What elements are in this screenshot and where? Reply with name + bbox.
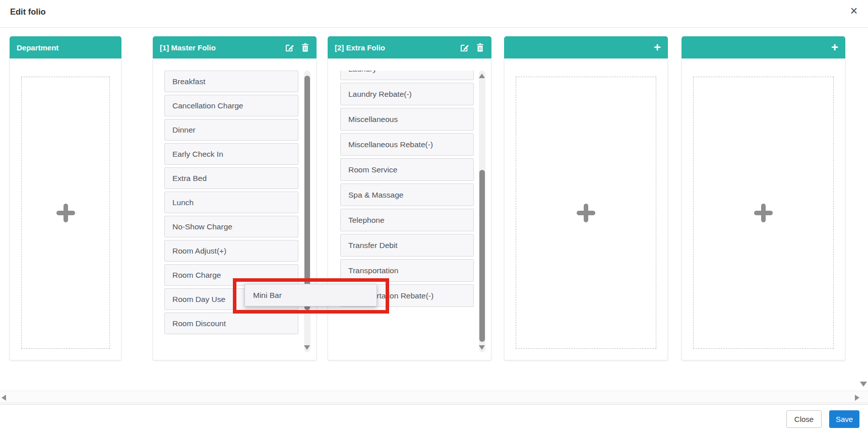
trash-icon[interactable] [476,43,484,52]
folio-item[interactable]: Breakfast [164,71,298,92]
header-actions [460,43,484,52]
column-extra-folio: [2] Extra Folio Laundry Laundry Rebate(-… [328,36,491,360]
column-new-folio-1: + [504,36,668,360]
horizontal-scrollbar[interactable] [0,391,868,403]
extra-folio-scrollbar[interactable] [479,71,485,352]
column-title: Department [17,43,58,52]
folio-item[interactable]: Room Charge [164,264,298,286]
header-actions [285,43,309,52]
folio-item[interactable]: Miscellaneous [340,108,474,131]
folio-item[interactable]: Dinner [164,119,298,141]
modal-header: Edit folio × [0,0,868,28]
add-folio-icon[interactable]: + [831,42,838,52]
plus-icon [577,204,595,222]
close-button[interactable]: Close [786,410,822,428]
scrollbar-thumb[interactable] [304,76,310,310]
column-new-folio-2: + [681,36,845,360]
column-extra-folio-header: [2] Extra Folio [328,36,491,58]
folio-dropzone[interactable] [516,77,656,349]
column-master-folio-header: [1] Master Folio [153,36,317,58]
scroll-left-icon[interactable] [2,395,6,401]
column-title: [1] Master Folio [160,43,216,52]
column-department: Department [10,36,121,360]
column-new-folio-1-header: + [504,36,668,58]
column-master-folio: [1] Master Folio Breakfast Cancellation … [153,36,317,360]
master-folio-scrollbar[interactable] [304,71,311,352]
column-new-folio-2-header: + [681,36,845,58]
column-new-folio-1-body [504,58,668,360]
column-department-header: Department [10,36,121,58]
folio-dropzone[interactable] [693,77,834,349]
scroll-up-icon[interactable] [479,74,485,78]
folio-item[interactable]: Lunch [164,192,298,213]
trash-icon[interactable] [301,43,309,52]
page-scroll-down-icon[interactable] [860,382,867,387]
add-folio-icon[interactable]: + [654,42,661,52]
save-button[interactable]: Save [829,410,859,428]
master-folio-list: Breakfast Cancellation Charge Dinner Ear… [164,71,298,352]
plus-icon [56,204,75,222]
column-department-body [10,58,121,360]
column-master-folio-body: Breakfast Cancellation Charge Dinner Ear… [153,58,317,360]
scrollbar-thumb[interactable] [479,170,485,342]
folio-item[interactable]: Transportation [340,259,474,282]
folio-item[interactable]: Miscellaneous Rebate(-) [340,133,474,156]
folio-item[interactable]: Room Discount [164,313,298,334]
scroll-down-icon[interactable] [304,345,310,350]
folio-item[interactable]: Spa & Massage [340,183,474,206]
folio-item[interactable]: Early Check In [164,143,298,165]
folio-item[interactable]: Laundry Rebate(-) [340,83,474,105]
column-extra-folio-body: Laundry Laundry Rebate(-) Miscellaneous … [328,58,491,360]
edit-icon[interactable] [285,43,294,52]
folio-item[interactable]: Room Service [340,158,474,181]
modal-title: Edit folio [10,7,46,17]
extra-folio-list: Laundry Laundry Rebate(-) Miscellaneous … [340,71,474,352]
folio-item[interactable]: Laundry [340,71,474,80]
folio-item[interactable]: Transfer Debit [340,234,474,257]
folio-item[interactable]: Extra Bed [164,167,298,189]
scroll-down-icon[interactable] [479,345,485,350]
plus-icon [754,204,773,222]
folio-item[interactable]: Cancellation Charge [164,95,298,116]
modal-footer: Close Save [0,404,868,432]
column-new-folio-2-body [681,58,845,360]
close-icon[interactable]: × [846,3,861,18]
dragged-folio-item[interactable]: Mini Bar [244,284,377,306]
department-dropzone[interactable] [21,77,110,349]
scroll-right-icon[interactable] [855,395,859,401]
column-title: [2] Extra Folio [335,43,385,52]
folio-item[interactable]: Telephone [340,209,474,231]
folio-item[interactable]: No-Show Charge [164,216,298,237]
edit-icon[interactable] [460,43,469,52]
folio-item[interactable]: Room Adjust(+) [164,240,298,262]
